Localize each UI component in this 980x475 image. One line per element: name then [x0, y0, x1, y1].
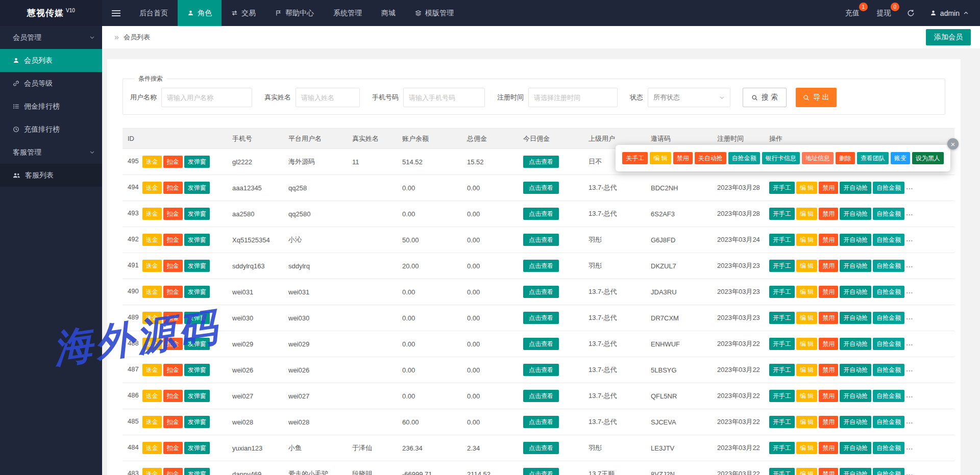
op-auto-grab-amount-button[interactable]: 自抢金额 [873, 442, 904, 454]
more-actions[interactable]: ... [906, 443, 913, 451]
row-send-popup-button[interactable]: 发弹窗 [184, 416, 210, 428]
row-give-gold-button[interactable]: 送金 [142, 416, 162, 428]
op-edit-button[interactable]: 编 辑 [796, 208, 817, 220]
row-give-gold-button[interactable]: 送金 [142, 156, 162, 168]
view-today-commission-button[interactable]: 点击查看 [523, 364, 559, 376]
row-deduct-gold-button[interactable]: 扣金 [163, 364, 183, 376]
nav-item-system[interactable]: 系统管理 [324, 0, 372, 26]
op-disable-button[interactable]: 禁用 [819, 442, 838, 454]
view-today-commission-button[interactable]: 点击查看 [523, 442, 559, 454]
popup-edit-button[interactable]: 编 辑 [650, 152, 671, 164]
export-button[interactable]: 导 出 [796, 88, 837, 107]
op-open-manual-button[interactable]: 开手工 [769, 338, 795, 350]
more-actions[interactable]: ... [906, 261, 913, 269]
op-open-auto-grab-button[interactable]: 开自动抢 [840, 338, 871, 350]
row-send-popup-button[interactable]: 发弹窗 [184, 260, 210, 272]
popup-account-change-button[interactable]: 账变 [891, 152, 910, 164]
row-send-popup-button[interactable]: 发弹窗 [184, 442, 210, 454]
row-send-popup-button[interactable]: 发弹窗 [184, 338, 210, 350]
op-disable-button[interactable]: 禁用 [819, 286, 838, 298]
op-open-manual-button[interactable]: 开手工 [769, 234, 795, 246]
row-deduct-gold-button[interactable]: 扣金 [163, 182, 183, 194]
op-edit-button[interactable]: 编 辑 [796, 468, 817, 475]
more-actions[interactable]: ... [906, 339, 913, 347]
more-actions[interactable]: ... [906, 417, 913, 425]
more-actions[interactable]: ... [906, 469, 913, 475]
sidebar-item-member-list[interactable]: 会员列表 [0, 49, 102, 72]
op-edit-button[interactable]: 编 辑 [796, 312, 817, 324]
row-give-gold-button[interactable]: 送金 [142, 208, 162, 220]
op-auto-grab-amount-button[interactable]: 自抢金额 [873, 208, 904, 220]
op-edit-button[interactable]: 编 辑 [796, 182, 817, 194]
op-open-auto-grab-button[interactable]: 开自动抢 [840, 208, 871, 220]
row-send-popup-button[interactable]: 发弹窗 [184, 286, 210, 298]
op-open-manual-button[interactable]: 开手工 [769, 416, 795, 428]
row-send-popup-button[interactable]: 发弹窗 [184, 156, 210, 168]
view-today-commission-button[interactable]: 点击查看 [523, 234, 559, 246]
op-open-manual-button[interactable]: 开手工 [769, 312, 795, 324]
recharge-link[interactable]: 充值 1 [837, 0, 868, 26]
sidebar-item-commission-rank[interactable]: 佣金排行榜 [0, 95, 102, 118]
op-open-manual-button[interactable]: 开手工 [769, 260, 795, 272]
row-deduct-gold-button[interactable]: 扣金 [163, 468, 183, 475]
op-edit-button[interactable]: 编 辑 [796, 416, 817, 428]
view-today-commission-button[interactable]: 点击查看 [523, 312, 559, 324]
sidebar-item-recharge-rank[interactable]: 充值排行榜 [0, 118, 102, 141]
op-open-manual-button[interactable]: 开手工 [769, 468, 795, 475]
op-edit-button[interactable]: 编 辑 [796, 442, 817, 454]
popup-address-info-button[interactable]: 地址信息 [802, 152, 834, 164]
op-disable-button[interactable]: 禁用 [819, 338, 838, 350]
op-auto-grab-amount-button[interactable]: 自抢金额 [873, 312, 904, 324]
search-button[interactable]: 搜 索 [743, 88, 787, 107]
row-send-popup-button[interactable]: 发弹窗 [184, 312, 210, 324]
popup-view-team-button[interactable]: 查看团队 [857, 152, 889, 164]
op-disable-button[interactable]: 禁用 [819, 234, 838, 246]
op-open-auto-grab-button[interactable]: 开自动抢 [840, 182, 871, 194]
op-open-auto-grab-button[interactable]: 开自动抢 [840, 468, 871, 475]
row-give-gold-button[interactable]: 送金 [142, 364, 162, 376]
op-disable-button[interactable]: 禁用 [819, 260, 838, 272]
op-auto-grab-amount-button[interactable]: 自抢金额 [873, 286, 904, 298]
op-auto-grab-amount-button[interactable]: 自抢金额 [873, 234, 904, 246]
op-open-auto-grab-button[interactable]: 开自动抢 [840, 234, 871, 246]
row-give-gold-button[interactable]: 送金 [142, 390, 162, 402]
op-edit-button[interactable]: 编 辑 [796, 390, 817, 402]
row-send-popup-button[interactable]: 发弹窗 [184, 468, 210, 475]
op-open-manual-button[interactable]: 开手工 [769, 208, 795, 220]
add-member-button[interactable]: 添加会员 [926, 29, 971, 45]
sidebar-item-member-mgmt[interactable]: 会员管理 [0, 26, 102, 49]
row-deduct-gold-button[interactable]: 扣金 [163, 442, 183, 454]
row-send-popup-button[interactable]: 发弹窗 [184, 364, 210, 376]
more-actions[interactable]: ... [906, 391, 913, 399]
row-deduct-gold-button[interactable]: 扣金 [163, 390, 183, 402]
sidebar-item-service-list[interactable]: 客服列表 [0, 164, 102, 187]
more-actions[interactable]: ... [906, 209, 913, 217]
view-today-commission-button[interactable]: 点击查看 [523, 260, 559, 272]
op-open-manual-button[interactable]: 开手工 [769, 390, 795, 402]
op-edit-button[interactable]: 编 辑 [796, 364, 817, 376]
more-actions[interactable]: ... [906, 365, 913, 373]
row-deduct-gold-button[interactable]: 扣金 [163, 286, 183, 298]
op-open-auto-grab-button[interactable]: 开自动抢 [840, 286, 871, 298]
hamburger-menu-icon[interactable] [102, 0, 130, 26]
op-edit-button[interactable]: 编 辑 [796, 260, 817, 272]
username-input[interactable] [161, 88, 252, 107]
op-auto-grab-amount-button[interactable]: 自抢金额 [873, 338, 904, 350]
nav-item-mall[interactable]: 商城 [372, 0, 405, 26]
op-open-manual-button[interactable]: 开手工 [769, 442, 795, 454]
view-today-commission-button[interactable]: 点击查看 [523, 182, 559, 194]
nav-item-home[interactable]: 后台首页 [130, 0, 178, 26]
sidebar-item-service-mgmt[interactable]: 客服管理 [0, 141, 102, 164]
op-open-manual-button[interactable]: 开手工 [769, 364, 795, 376]
op-edit-button[interactable]: 编 辑 [796, 338, 817, 350]
view-today-commission-button[interactable]: 点击查看 [523, 468, 559, 475]
popup-close-auto-grab-button[interactable]: 关自动抢 [695, 152, 726, 164]
op-open-auto-grab-button[interactable]: 开自动抢 [840, 260, 871, 272]
row-give-gold-button[interactable]: 送金 [142, 468, 162, 475]
op-edit-button[interactable]: 编 辑 [796, 286, 817, 298]
more-actions[interactable]: ... [906, 287, 913, 295]
row-deduct-gold-button[interactable]: 扣金 [163, 260, 183, 272]
admin-dropdown[interactable]: admin [922, 0, 980, 26]
op-edit-button[interactable]: 编 辑 [796, 234, 817, 246]
more-actions[interactable]: ... [906, 235, 913, 243]
